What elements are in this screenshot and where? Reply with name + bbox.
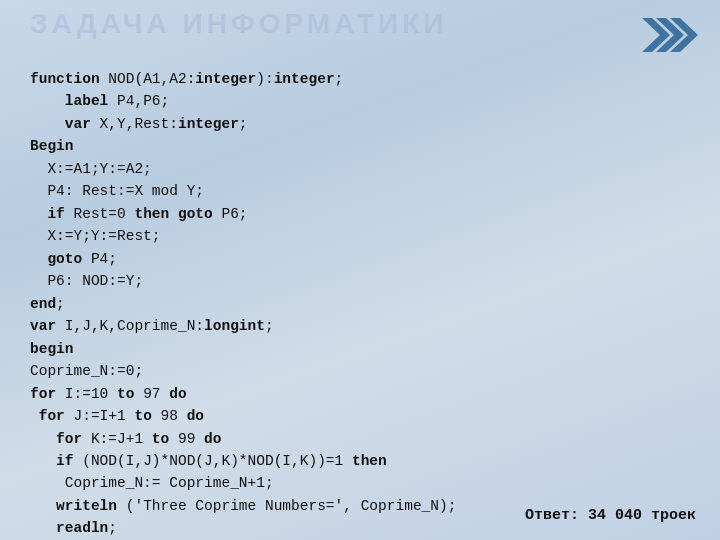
code-line: Coprime_N:=0; <box>30 360 690 382</box>
slide: ЗАДАЧА ИНФОРМАТИКИ function NOD(A1,A2:in… <box>0 0 720 540</box>
code-line: Coprime_N:= Coprime_N+1; <box>30 472 690 494</box>
code-line: if (NOD(I,J)*NOD(J,K)*NOD(I,K))=1 then <box>30 450 690 472</box>
code-line: for I:=10 to 97 do <box>30 383 690 405</box>
code-line: end; <box>30 293 690 315</box>
code-block: function NOD(A1,A2:integer):integer; lab… <box>30 68 690 540</box>
code-line: P4: Rest:=X mod Y; <box>30 180 690 202</box>
code-line: label P4,P6; <box>30 90 690 112</box>
watermark: ЗАДАЧА ИНФОРМАТИКИ <box>30 8 447 40</box>
code-line: begin <box>30 338 690 360</box>
code-line: Begin <box>30 135 690 157</box>
code-line: goto P4; <box>30 248 690 270</box>
code-line: var I,J,K,Coprime_N:longint; <box>30 315 690 337</box>
code-line: X:=A1;Y:=A2; <box>30 158 690 180</box>
code-line: for J:=I+1 to 98 do <box>30 405 690 427</box>
code-line: if Rest=0 then goto P6; <box>30 203 690 225</box>
code-line: X:=Y;Y:=Rest; <box>30 225 690 247</box>
code-line: var X,Y,Rest:integer; <box>30 113 690 135</box>
code-line: for K:=J+1 to 99 do <box>30 428 690 450</box>
logo-icon <box>642 10 702 60</box>
answer-box: Ответ: 34 040 троек <box>525 507 696 524</box>
code-line: function NOD(A1,A2:integer):integer; <box>30 68 690 90</box>
code-line: P6: NOD:=Y; <box>30 270 690 292</box>
